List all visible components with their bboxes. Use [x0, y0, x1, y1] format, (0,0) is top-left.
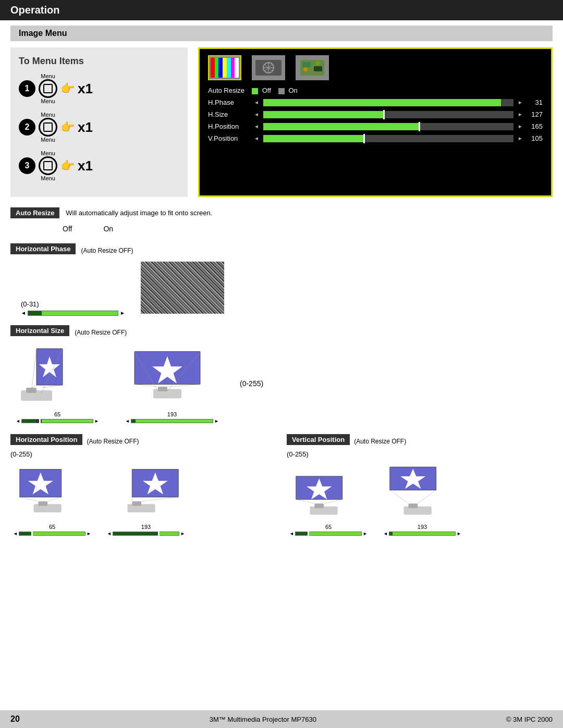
- osd-icons-row: [208, 55, 543, 80]
- osd-icon-sync: [252, 55, 285, 80]
- phase-arrow-right: ►: [120, 310, 125, 316]
- osd-autoresize-label: Auto Resize: [208, 87, 244, 94]
- h-pos-val-right: 193: [141, 524, 151, 530]
- osd-hsize-arrowright: ►: [518, 112, 523, 117]
- auto-resize-label-bar: Auto Resize: [10, 207, 59, 218]
- osd-hsize-arrowleft: ◄: [254, 112, 259, 117]
- auto-resize-section: Auto Resize Will automatically adjust im…: [10, 207, 553, 233]
- hs-right-fill-r: [136, 419, 213, 423]
- menu-steps-title: To Menu Items: [19, 56, 179, 67]
- svg-rect-35: [127, 504, 155, 512]
- horizontal-position-section: Horizontal Position (Auto Resize OFF) (0…: [10, 434, 276, 536]
- osd-hphase-value: 31: [527, 98, 543, 106]
- svg-rect-22: [158, 387, 167, 391]
- menu-icon-inner-2: [43, 122, 53, 132]
- hs-right-arrow-r: ►: [214, 418, 219, 424]
- footer-page-number: 20: [10, 714, 20, 724]
- proj-svg-left: [10, 343, 104, 411]
- osd-vpos-arrowright: ►: [518, 135, 523, 141]
- svg-rect-8: [314, 66, 322, 71]
- menu-icon-2: [39, 118, 57, 137]
- osd-vpos-arrowleft: ◄: [254, 135, 259, 141]
- h-pos-track-right: [113, 532, 179, 536]
- step-number-1: 1: [19, 80, 35, 97]
- menu-icon-3: [39, 156, 57, 175]
- osd-vpos-fill: [263, 135, 363, 142]
- section-header: Image Menu: [10, 26, 553, 41]
- proj-svg-right: [125, 343, 219, 411]
- osd-row-hsize: H.Size ◄ ► 127: [208, 110, 543, 118]
- color-bars: [211, 58, 239, 78]
- osd-vpos-label: V.Position: [208, 134, 250, 142]
- osd-autoresize-row: Auto Resize Off On: [208, 87, 543, 94]
- osd-hphase-track: [263, 99, 513, 106]
- osd-hsize-track: [263, 111, 513, 118]
- map-svg: [298, 58, 326, 78]
- osd-panel: Auto Resize Off On H.Phase ◄ ► 31 H.Size…: [198, 47, 553, 197]
- top-diagram: To Menu Items 1 Menu Menu 👉 x1 2 Menu: [10, 47, 553, 197]
- osd-hpos-label: H.Position: [208, 122, 250, 130]
- svg-line-43: [296, 499, 315, 503]
- h-size-proj-right: 193 ◄ ►: [125, 343, 219, 424]
- h-pos-track-left: [19, 532, 85, 536]
- osd-hpos-arrowleft: ◄: [254, 124, 259, 129]
- phase-track: [28, 311, 118, 316]
- hs-left-fill-l: [22, 419, 36, 423]
- step2-top-label: Menu: [41, 112, 55, 118]
- hs-right-arrow-l: ◄: [125, 418, 130, 424]
- horizontal-size-section: Horizontal Size (Auto Resize OFF): [10, 325, 553, 424]
- v-pos-proj-right: 193 ◄ ►: [381, 461, 464, 536]
- h-size-range: (0-255): [240, 379, 263, 388]
- h-phase-header: Horizontal Phase (Auto Resize OFF): [10, 243, 553, 257]
- osd-icon-map: [296, 55, 329, 80]
- step-row-3: 3 Menu Menu 👉 x1: [19, 150, 179, 181]
- step3-bottom-label: Menu: [41, 175, 55, 181]
- sync-svg: [254, 58, 283, 78]
- v-pos-val-left: 65: [325, 524, 332, 530]
- phase-fill-left: [28, 311, 42, 315]
- h-pos-proj-right: 193 ◄ ►: [104, 461, 188, 536]
- h-size-note: (Auto Resize OFF): [75, 329, 127, 336]
- x1-label-3: x1: [78, 158, 93, 174]
- content-area: Auto Resize Will automatically adjust im…: [10, 207, 553, 536]
- hs-left-fill-r: [42, 419, 93, 423]
- h-size-val-left: 65: [54, 411, 60, 417]
- v-pos-range: (0-255): [287, 450, 553, 458]
- v-pos-note: (Auto Resize OFF): [354, 438, 406, 445]
- h-pos-val-left: 65: [49, 524, 55, 530]
- svg-rect-41: [310, 507, 337, 515]
- h-pos-note: (Auto Resize OFF): [87, 438, 139, 445]
- osd-row-hphase: H.Phase ◄ ► 31: [208, 98, 543, 106]
- svg-line-44: [324, 499, 342, 503]
- osd-hsize-marker: [383, 110, 385, 119]
- menu-steps-panel: To Menu Items 1 Menu Menu 👉 x1 2 Menu: [10, 47, 188, 197]
- horizontal-phase-section: Horizontal Phase (Auto Resize OFF) (0-31…: [10, 243, 553, 316]
- osd-hphase-label: H.Phase: [208, 98, 250, 106]
- svg-line-32: [47, 497, 62, 501]
- h-pos-svg-left: [10, 461, 94, 524]
- h-phase-note: (Auto Resize OFF): [81, 247, 133, 254]
- osd-vpos-marker: [363, 134, 365, 143]
- svg-line-31: [20, 497, 39, 501]
- osd-icon-colorbars: [208, 55, 241, 80]
- hs-left-arrow-r: ►: [94, 418, 99, 424]
- osd-hphase-arrowright: ►: [518, 100, 523, 105]
- step-row-1: 1 Menu Menu 👉 x1: [19, 73, 179, 104]
- off-label: Off: [63, 225, 72, 233]
- step-number-2: 2: [19, 119, 35, 135]
- osd-row-hpos: H.Position ◄ ► 165: [208, 122, 543, 130]
- osd-autoresize-off: Off: [252, 87, 271, 94]
- h-phase-range-label: (0-31): [21, 300, 39, 308]
- step1-top-label: Menu: [41, 73, 55, 79]
- osd-hsize-value: 127: [527, 110, 543, 118]
- svg-rect-48: [408, 503, 418, 508]
- osd-hpos-fill: [263, 123, 419, 130]
- page-header: Operation: [0, 0, 563, 20]
- svg-line-38: [141, 497, 178, 501]
- osd-hphase-fill: [263, 99, 501, 106]
- osd-hsize-label: H.Size: [208, 110, 250, 118]
- bottom-sections: Horizontal Position (Auto Resize OFF) (0…: [10, 434, 553, 536]
- horizontal-phase-label-bar: Horizontal Phase: [10, 243, 76, 254]
- h-size-proj-left: 65 ◄ ►: [10, 343, 104, 424]
- osd-hphase-arrowleft: ◄: [254, 100, 259, 105]
